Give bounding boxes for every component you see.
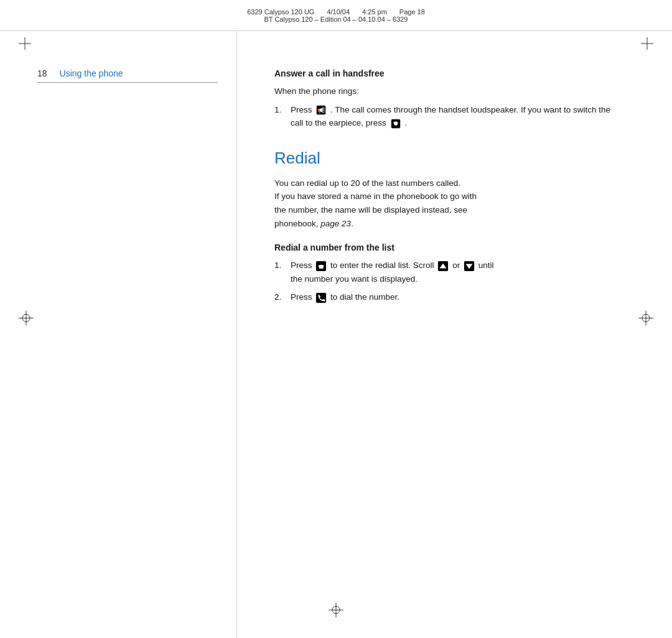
page-section-header: 18 Using the phone bbox=[37, 68, 218, 83]
redial-step2-number: 2. bbox=[274, 290, 287, 304]
doc-id: 6329 Calypso 120 UG bbox=[247, 8, 314, 16]
right-panel: Answer a call in handsfree When the phon… bbox=[236, 31, 672, 638]
redial-step1: 1. Press ☎ to enter the redial list. Scr… bbox=[274, 259, 622, 285]
redial-step1-cont: the number you want is displayed. bbox=[291, 274, 418, 284]
handset-speaker-icon: 📢 bbox=[315, 104, 327, 116]
redial-step1-number: 1. bbox=[274, 259, 287, 285]
step1-end: . bbox=[404, 118, 407, 127]
redial-description: You can redial up to 20 of the last numb… bbox=[274, 177, 622, 230]
scroll-down-icon bbox=[464, 261, 475, 272]
redial-desc-3: the number, the name will be displayed i… bbox=[274, 205, 467, 215]
step1-press-label: Press bbox=[291, 105, 314, 114]
redial-step2-text: to dial the number. bbox=[330, 292, 399, 302]
redial-desc-4-prefix: phonebook, bbox=[274, 219, 320, 228]
redial-step1-mid2: until bbox=[478, 261, 494, 270]
redial-title: Redial bbox=[274, 149, 622, 168]
svg-rect-22 bbox=[316, 293, 326, 303]
step1-middle-text: . The call comes through the handset lou… bbox=[291, 105, 610, 128]
handsfree-heading: Answer a call in handsfree bbox=[274, 68, 622, 78]
left-panel: 18 Using the phone bbox=[0, 31, 236, 638]
redial-step1-mid1: to enter the redial list. Scroll bbox=[330, 261, 434, 270]
doc-page: Page 18 bbox=[399, 8, 425, 16]
handsfree-intro: When the phone rings: bbox=[274, 85, 622, 98]
redial-page-ref: page 23 bbox=[320, 219, 351, 228]
call-dial-icon bbox=[315, 292, 327, 303]
redial-list-icon: ☎ bbox=[315, 261, 327, 272]
redial-list-section: Redial a number from the list 1. Press ☎… bbox=[274, 243, 622, 304]
document-header-line1: 6329 Calypso 120 UG 4/10/04 4:25 pm Page… bbox=[247, 8, 425, 16]
step1-content: Press 📢 . The call comes through the han… bbox=[291, 103, 622, 130]
redial-list-heading: Redial a number from the list bbox=[274, 243, 622, 252]
doc-time: 4:25 pm bbox=[362, 8, 387, 16]
doc-date: 4/10/04 bbox=[327, 8, 350, 16]
redial-step1-press: Press bbox=[291, 261, 314, 270]
redial-step2-content: Press to dial the number. bbox=[291, 290, 399, 304]
redial-desc-4-suffix: . bbox=[351, 219, 353, 228]
redial-desc-2: If you have stored a name in the phonebo… bbox=[274, 192, 477, 201]
svg-text:📢: 📢 bbox=[317, 106, 325, 114]
redial-step2-press: Press bbox=[291, 292, 312, 302]
top-bar: 6329 Calypso 120 UG 4/10/04 4:25 pm Page… bbox=[0, 0, 672, 31]
redial-step1-content: Press ☎ to enter the redial list. Scroll… bbox=[291, 259, 493, 285]
redial-section: Redial You can redial up to 20 of the la… bbox=[274, 149, 622, 230]
scroll-up-icon bbox=[437, 261, 449, 272]
svg-text:☎: ☎ bbox=[318, 264, 324, 269]
redial-step1-or: or bbox=[452, 261, 460, 270]
step1-number: 1. bbox=[274, 103, 287, 130]
redial-desc-1: You can redial up to 20 of the last numb… bbox=[274, 178, 460, 188]
handsfree-section: Answer a call in handsfree When the phon… bbox=[274, 68, 622, 130]
document-header-line2: BT Calypso 120 – Edition 04 – 04.10.04 –… bbox=[264, 16, 408, 23]
page-number: 18 bbox=[37, 68, 47, 78]
redial-step2: 2. Press to dial the number. bbox=[274, 290, 622, 304]
earpiece-icon bbox=[390, 118, 401, 129]
section-title: Using the phone bbox=[60, 68, 123, 78]
handsfree-step1: 1. Press 📢 . The call comes through the … bbox=[274, 103, 622, 130]
